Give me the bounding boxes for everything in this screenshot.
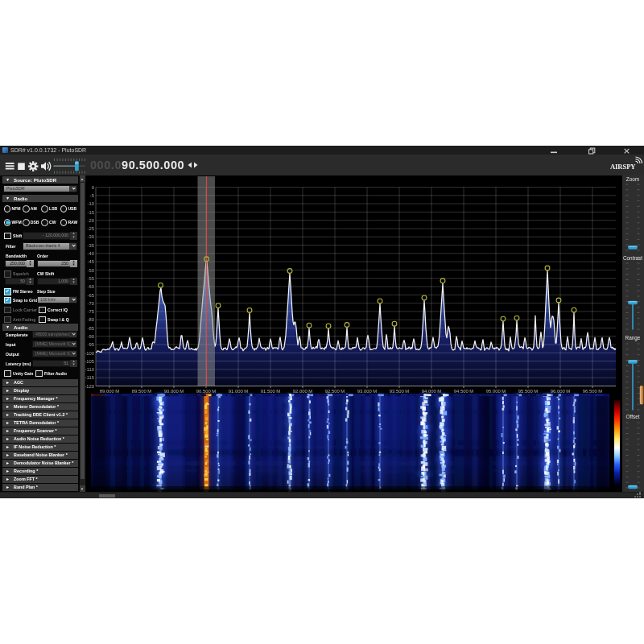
svg-text:0: 0	[92, 185, 94, 190]
svg-text:-20: -20	[88, 218, 94, 223]
svg-text:-35: -35	[88, 243, 94, 248]
svg-text:-120: -120	[85, 384, 94, 389]
svg-text:Zoom: Zoom	[626, 176, 639, 182]
svg-text:-80: -80	[88, 317, 94, 322]
svg-text:-75: -75	[88, 309, 94, 314]
svg-text:-95: -95	[88, 342, 94, 347]
svg-text:92.000 M: 92.000 M	[293, 389, 313, 394]
svg-text:-25: -25	[88, 226, 94, 231]
svg-text:-30: -30	[88, 234, 94, 239]
svg-text:93.000 M: 93.000 M	[357, 389, 378, 394]
svg-text:-115: -115	[85, 375, 94, 380]
svg-text:95.000 M: 95.000 M	[486, 389, 506, 394]
svg-text:Contrast: Contrast	[623, 255, 642, 261]
svg-text:96.000 M: 96.000 M	[551, 389, 571, 394]
svg-text:-55: -55	[88, 276, 94, 281]
svg-text:-10: -10	[88, 201, 94, 206]
svg-text:89.000 M: 89.000 M	[100, 389, 120, 394]
svg-text:91.000 M: 91.000 M	[229, 389, 249, 394]
svg-text:95.500 M: 95.500 M	[518, 389, 539, 394]
svg-text:Offset: Offset	[626, 414, 640, 419]
svg-text:-100: -100	[85, 351, 94, 356]
svg-text:-45: -45	[88, 259, 94, 264]
svg-text:-60: -60	[88, 284, 94, 289]
svg-text:96.500 M: 96.500 M	[583, 389, 603, 394]
svg-text:-90: -90	[88, 334, 94, 339]
svg-text:-105: -105	[85, 359, 94, 364]
svg-text:90.500 M: 90.500 M	[196, 389, 217, 394]
svg-text:90.000 M: 90.000 M	[164, 389, 184, 394]
svg-text:-70: -70	[88, 301, 94, 306]
svg-text:-50: -50	[88, 268, 94, 273]
svg-text:93.500 M: 93.500 M	[390, 389, 410, 394]
svg-text:94.000 M: 94.000 M	[422, 389, 442, 394]
svg-text:92.500 M: 92.500 M	[325, 389, 345, 394]
svg-text:-110: -110	[85, 367, 94, 372]
svg-text:-85: -85	[88, 326, 94, 331]
svg-text:94.500 M: 94.500 M	[454, 389, 474, 394]
svg-text:Range: Range	[625, 335, 641, 341]
svg-text:-15: -15	[88, 210, 94, 215]
svg-text:89.500 M: 89.500 M	[132, 389, 152, 394]
svg-text:AIRSPY: AIRSPY	[610, 163, 636, 171]
svg-text:-65: -65	[88, 293, 94, 298]
svg-text:91.500 M: 91.500 M	[261, 389, 281, 394]
svg-text:-5: -5	[90, 193, 94, 198]
svg-text:-40: -40	[88, 251, 94, 256]
